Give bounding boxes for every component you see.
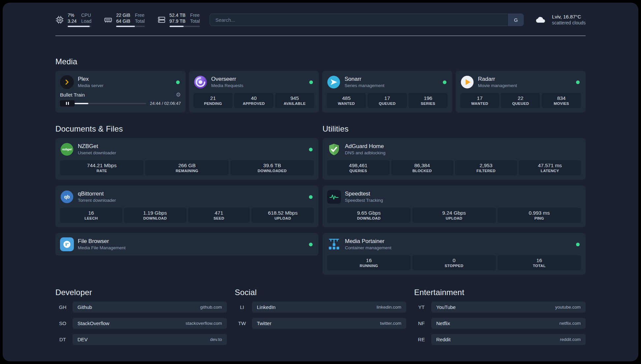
service-desc: Series management [345, 83, 384, 88]
cpu-widget: 7% CPU 3.24 Load [55, 13, 91, 27]
stat-box: 21 PENDING [194, 93, 233, 108]
service-name: File Browser [78, 238, 126, 245]
service-card-sonarr: Sonarr Series management 485 WANTED 17 Q… [322, 71, 452, 112]
bookmark-linkedin[interactable]: LI LinkedIn linkedin.com [235, 302, 406, 313]
status-dot [576, 80, 580, 84]
pause-button[interactable] [60, 100, 75, 106]
disk-total: 97.9 TB [169, 18, 186, 24]
weather-widget: Lviv, 16.87°C scattered clouds [534, 14, 586, 26]
service-desc: Speedtest Tracking [345, 198, 383, 203]
gear-icon[interactable]: ⚙ [176, 92, 181, 98]
search-input[interactable] [210, 14, 508, 26]
memory-usage-bar [116, 26, 144, 27]
stat-box: 16 TOTAL [498, 255, 581, 270]
memory-total: 64 GiB [116, 18, 130, 24]
stat-box: 0.993 ms PING [498, 208, 581, 223]
weather-condition: scattered clouds [552, 20, 586, 26]
bookmark-twitter[interactable]: TW Twitter twitter.com [235, 318, 406, 329]
section-title-media: Media [55, 57, 586, 66]
service-desc: Movie management [478, 83, 517, 88]
stat-box: 17 QUEUED [368, 93, 407, 108]
section-title-social: Social [235, 288, 406, 297]
svg-text:nzbget: nzbget [62, 148, 72, 151]
search-bar: G [210, 14, 524, 26]
status-dot [309, 243, 313, 246]
disk-usage-bar [169, 26, 200, 27]
service-name: Overseerr [211, 76, 244, 82]
service-desc: DNS and adblocking [345, 150, 385, 156]
dashboard-panel: 7% CPU 3.24 Load [3, 3, 638, 361]
service-link-qbittorrent[interactable]: qb qBittorrent Torrent downloader [60, 190, 314, 204]
service-link-nzbget[interactable]: nzbget NZBGet Usenet downloader [60, 142, 314, 156]
adguard-icon [327, 142, 341, 156]
stat-box: 196 SERIES [409, 93, 448, 108]
section-title-documents: Documents & Files [55, 124, 319, 134]
section-title-developer: Developer [55, 288, 227, 297]
service-name: NZBGet [78, 143, 116, 150]
memory-icon [104, 15, 112, 24]
service-name: Radarr [478, 76, 517, 82]
service-name: Media Portainer [345, 238, 391, 245]
bookmark-reddit[interactable]: RE Reddit reddit.com [414, 334, 586, 345]
search-provider-button[interactable]: G [508, 14, 523, 26]
cpu-load-label: Load [81, 18, 91, 24]
memory-widget: 22 GiB Free 64 GiB Total [104, 13, 144, 27]
service-desc: Container management [345, 245, 391, 251]
stat-box: 9.65 Gbps DOWNLOAD [327, 208, 411, 223]
bookmark-stackoverflow[interactable]: SO StackOverflow stackoverflow.com [55, 318, 227, 329]
section-media: Media Plex Media server [55, 57, 586, 112]
service-name: Sonarr [345, 76, 384, 82]
playback-time: 24:44 / 02:06:47 [150, 101, 181, 106]
service-card-overseerr: Overseerr Media Requests 21 PENDING 40 A… [189, 71, 319, 112]
sonarr-icon [327, 75, 341, 89]
filebrowser-icon [60, 237, 74, 251]
stat-box: 266 GB REMAINING [145, 160, 229, 175]
status-dot [309, 80, 313, 84]
section-documents: Documents & Files nzbget [55, 124, 319, 275]
service-link-filebrowser[interactable]: File Browser Media File Management [60, 237, 314, 251]
cpu-usage-bar [68, 26, 91, 27]
disk-total-label: Total [190, 18, 200, 24]
bookmark-group-social: Social LI LinkedIn linkedin.com TW Twitt… [235, 288, 406, 345]
status-dot [309, 195, 313, 199]
disk-widget: 52.4 TB Free 97.9 TB Total [157, 13, 200, 27]
stat-box: 471 SEED [188, 208, 250, 223]
service-link-overseerr[interactable]: Overseerr Media Requests [194, 75, 315, 89]
bookmark-youtube[interactable]: YT YouTube youtube.com [414, 302, 586, 313]
service-link-speedtest[interactable]: Speedtest Speedtest Tracking [327, 190, 581, 204]
service-link-adguard[interactable]: AdGuard Home DNS and adblocking [327, 142, 581, 156]
weather-location: Lviv, 16.87°C [552, 14, 586, 20]
service-link-sonarr[interactable]: Sonarr Series management [327, 75, 448, 89]
service-name: Plex [78, 76, 104, 82]
service-card-radarr: Radarr Movie management 17 WANTED 22 QUE… [456, 71, 586, 112]
bookmark-github[interactable]: GH Github github.com [55, 302, 227, 313]
svg-text:qb: qb [64, 194, 70, 199]
disk-free-label: Free [190, 13, 200, 18]
service-card-plex: Plex Media server Bullet Train ⚙ 24:44 /… [55, 71, 186, 112]
stat-box: 40 APPROVED [234, 93, 273, 108]
service-link-portainer[interactable]: Media Portainer Container management [327, 237, 581, 251]
service-card-qbittorrent: qb qBittorrent Torrent downloader [55, 186, 319, 227]
section-utilities: Utilities [322, 124, 586, 275]
cpu-load: 3.24 [68, 18, 76, 24]
service-link-plex[interactable]: Plex Media server [60, 75, 181, 89]
stat-box: 618.52 Mbps UPLOAD [252, 208, 314, 223]
now-playing-title: Bullet Train [60, 92, 85, 98]
disk-free: 52.4 TB [169, 13, 186, 18]
section-title-entertainment: Entertainment [414, 288, 586, 297]
section-title-utilities: Utilities [322, 124, 586, 134]
bookmark-dev[interactable]: DT DEV dev.to [55, 334, 227, 345]
status-dot [309, 148, 313, 151]
stat-box: 39.6 TB DOWNLOADED [230, 160, 314, 175]
bookmark-netflix[interactable]: NF Netflix netflix.com [414, 318, 586, 329]
status-dot [576, 243, 580, 246]
disk-icon [157, 15, 166, 24]
stat-box: 16 RUNNING [327, 255, 411, 270]
plex-icon [60, 75, 74, 89]
service-name: qBittorrent [78, 191, 116, 197]
cpu-percent: 7% [68, 13, 76, 18]
service-name: AdGuard Home [345, 143, 385, 150]
service-link-radarr[interactable]: Radarr Movie management [460, 75, 581, 89]
stat-box: 0 STOPPED [412, 255, 496, 270]
topbar: 7% CPU 3.24 Load [55, 13, 586, 27]
